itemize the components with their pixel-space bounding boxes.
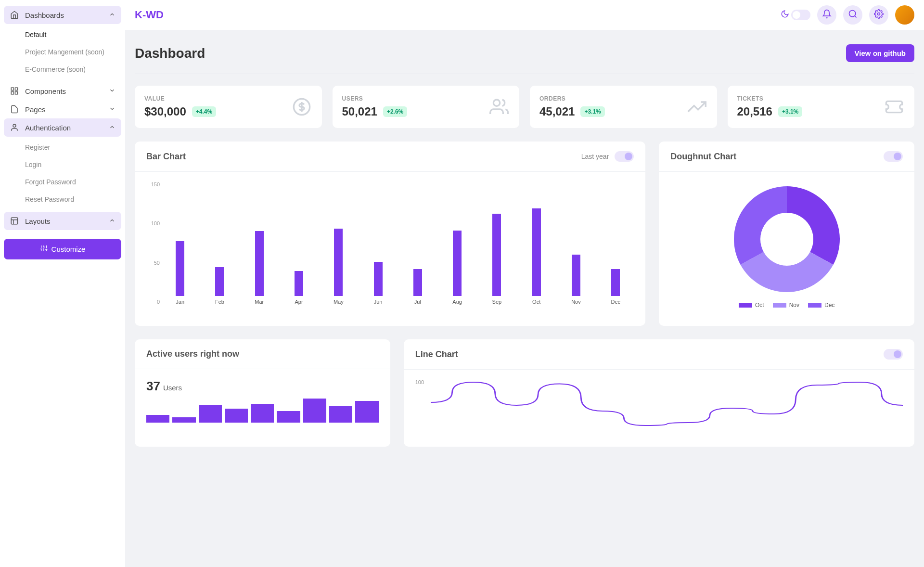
sidebar: DashboardsDefaultProject Mangement (soon… <box>0 0 125 567</box>
stat-label: VALUE <box>144 95 216 102</box>
active-users-card: Active users right now 37 Users <box>135 339 390 447</box>
line-chart-toggle[interactable] <box>884 349 903 360</box>
ticket-icon <box>884 96 905 117</box>
layout-icon <box>10 217 19 225</box>
sidebar-subitem-forgot-password[interactable]: Forgot Password <box>4 173 121 191</box>
users-icon <box>488 96 510 117</box>
sidebar-subitem-default[interactable]: Default <box>4 26 121 43</box>
bar-label: Mar <box>255 299 264 305</box>
stat-card-tickets: TICKETS20,516+3.1% <box>728 86 915 128</box>
bar-chart-title: Bar Chart <box>146 152 186 162</box>
bar-label: Jun <box>374 299 383 305</box>
bar <box>572 255 580 296</box>
stat-label: TICKETS <box>737 95 803 102</box>
stats-row: VALUE$30,000+4.4%USERS50,021+2.6%ORDERS4… <box>135 86 914 128</box>
bar <box>215 267 224 296</box>
grid-icon <box>10 87 19 95</box>
legend-item-oct: Oct <box>739 302 764 309</box>
settings-button[interactable] <box>869 5 888 25</box>
svg-rect-5 <box>11 218 18 224</box>
notifications-button[interactable] <box>817 5 836 25</box>
stat-value: 20,516 <box>737 105 772 118</box>
active-users-unit: Users <box>163 384 182 392</box>
page-header: Dashboard View on github <box>135 39 914 74</box>
dark-mode-toggle[interactable] <box>791 10 810 20</box>
sidebar-item-label: Pages <box>25 105 46 114</box>
svg-point-19 <box>878 13 880 15</box>
avatar[interactable] <box>895 5 914 25</box>
brand-logo[interactable]: K-WD <box>135 9 164 21</box>
svg-point-21 <box>493 100 500 106</box>
stat-value: 45,021 <box>539 105 575 118</box>
stat-card-orders: ORDERS45,021+3.1% <box>530 86 717 128</box>
view-on-github-button[interactable]: View on github <box>846 44 914 62</box>
active-users-count: 37 <box>146 379 160 394</box>
sidebar-subitem-project-mangement-soon-[interactable]: Project Mangement (soon) <box>4 43 121 61</box>
bar-chart-period-toggle[interactable] <box>615 151 634 162</box>
bar <box>492 214 501 296</box>
trend-icon <box>686 96 707 117</box>
moon-icon <box>781 10 789 20</box>
svg-rect-2 <box>15 92 18 94</box>
sidebar-subitem-reset-password[interactable]: Reset Password <box>4 191 121 208</box>
active-users-sparkline <box>135 399 390 423</box>
sidebar-item-dashboards[interactable]: Dashboards <box>4 6 121 24</box>
bar <box>611 269 620 296</box>
chevron-up-icon <box>109 124 116 132</box>
home-icon <box>10 11 19 19</box>
bar-label: Aug <box>452 299 462 305</box>
sidebar-item-label: Dashboards <box>25 11 64 19</box>
bar-label: Dec <box>611 299 620 305</box>
chevron-up-icon <box>109 11 116 19</box>
doughnut-slice-nov <box>740 252 833 292</box>
spark-bar <box>146 415 169 423</box>
svg-point-17 <box>849 11 856 17</box>
page-title: Dashboard <box>135 46 205 61</box>
svg-line-18 <box>855 16 857 18</box>
sidebar-item-pages[interactable]: Pages <box>4 100 121 118</box>
topbar: K-WD <box>125 0 924 30</box>
sidebar-subitem-login[interactable]: Login <box>4 156 121 173</box>
spark-bar <box>251 404 274 423</box>
spark-bar <box>329 406 352 423</box>
search-icon <box>848 9 858 21</box>
doughnut-chart-card: Doughnut Chart OctNovDec <box>659 142 914 326</box>
bar-label: Nov <box>571 299 581 305</box>
stat-label: USERS <box>342 95 408 102</box>
bar <box>255 231 264 296</box>
spark-bar <box>172 417 195 423</box>
bar <box>334 229 343 296</box>
line-series <box>431 382 903 425</box>
legend-item-dec: Dec <box>808 302 834 309</box>
doughnut-chart <box>729 181 845 297</box>
sidebar-item-label: Components <box>25 87 66 95</box>
user-icon <box>10 123 19 132</box>
customize-button[interactable]: Customize <box>4 239 121 259</box>
main: K-WD Dashboard View on github <box>125 0 924 567</box>
spark-bar <box>303 399 326 423</box>
sidebar-item-layouts[interactable]: Layouts <box>4 212 121 230</box>
stat-label: ORDERS <box>539 95 605 102</box>
stat-delta: +3.1% <box>580 106 604 117</box>
customize-label: Customize <box>51 245 86 253</box>
bar-label: Sep <box>492 299 502 305</box>
stat-value: 50,021 <box>342 105 377 118</box>
search-button[interactable] <box>843 5 862 25</box>
bar-label: May <box>334 299 344 305</box>
sidebar-subitem-register[interactable]: Register <box>4 139 121 156</box>
doughnut-chart-toggle[interactable] <box>884 151 903 162</box>
sidebar-item-components[interactable]: Components <box>4 82 121 100</box>
stat-card-users: USERS50,021+2.6% <box>333 86 520 128</box>
stat-card-value: VALUE$30,000+4.4% <box>135 86 322 128</box>
chevron-down-icon <box>109 105 116 114</box>
sidebar-subitem-e-commerce-soon-[interactable]: E-Commerce (soon) <box>4 61 121 78</box>
bar-chart-card: Bar Chart Last year 150100500 JanFebMarA… <box>135 142 645 326</box>
sidebar-item-label: Authentication <box>25 124 71 132</box>
bar-label: Jan <box>176 299 184 305</box>
svg-point-4 <box>13 124 16 127</box>
bell-icon <box>822 9 832 21</box>
spark-bar <box>355 401 378 423</box>
sidebar-item-authentication[interactable]: Authentication <box>4 118 121 137</box>
spark-bar <box>225 409 248 423</box>
stat-value: $30,000 <box>144 105 186 118</box>
